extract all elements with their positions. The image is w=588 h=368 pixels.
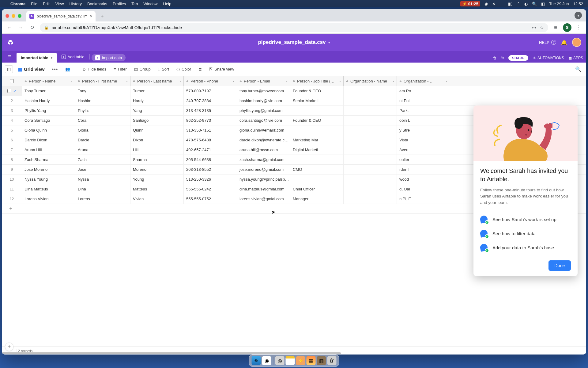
- dock-trash[interactable]: 🗑: [327, 356, 337, 365]
- column-header[interactable]: A̲Person - Email▾: [237, 76, 290, 86]
- grid-cell[interactable]: Young: [130, 174, 184, 184]
- menu-tab[interactable]: Tab: [131, 2, 138, 6]
- grid-cell[interactable]: n Pl, E: [397, 194, 450, 204]
- menu-help[interactable]: Help: [163, 2, 172, 6]
- grid-cell[interactable]: [344, 165, 397, 174]
- grid-cell[interactable]: Turner: [130, 86, 184, 96]
- grid-cell[interactable]: Hashim: [75, 96, 130, 105]
- select-all-checkbox[interactable]: [10, 79, 14, 83]
- grid-cell[interactable]: gloria.quinn@emailz.com: [237, 125, 290, 135]
- grid-cell[interactable]: 570-809-7197: [184, 86, 237, 96]
- forward-button[interactable]: →: [17, 23, 25, 32]
- grid-cell[interactable]: Darcie Dixon: [22, 135, 75, 145]
- battery-status[interactable]: ⚡01:25: [460, 1, 480, 6]
- grid-cell[interactable]: [344, 145, 397, 155]
- tab-search-button[interactable]: ▾: [575, 12, 582, 19]
- grid-cell[interactable]: Park,: [397, 106, 450, 115]
- collaborators-button[interactable]: 👥: [63, 65, 73, 73]
- grid-cell[interactable]: Darcie: [75, 135, 130, 145]
- welcome-step-1[interactable]: ✓ See how Sarah's work is set up: [480, 213, 571, 227]
- grid-cell[interactable]: [344, 116, 397, 125]
- app-menu[interactable]: Chrome: [10, 2, 25, 6]
- new-tab-button[interactable]: +: [98, 12, 107, 21]
- grid-cell[interactable]: Gloria: [75, 125, 130, 135]
- menu-window[interactable]: Window: [143, 2, 157, 6]
- grid-cell[interactable]: Hill: [130, 145, 184, 155]
- grid-cell[interactable]: 402-657-2471: [184, 145, 237, 155]
- column-header[interactable]: A̲Organization - …▾: [397, 76, 450, 86]
- row-checkbox[interactable]: [7, 89, 11, 93]
- share-view-button[interactable]: ⇱ Share view: [207, 65, 236, 73]
- row-number-cell[interactable]: 3: [2, 106, 22, 115]
- import-data-button[interactable]: ↑ Import data: [92, 54, 126, 61]
- grid-cell[interactable]: jose.moreno@gmial.com: [237, 165, 290, 174]
- grid-cell[interactable]: [344, 86, 397, 96]
- grid-cell[interactable]: Aruna Hill: [22, 145, 75, 155]
- grid-cell[interactable]: Tony: [75, 86, 130, 96]
- grid-cell[interactable]: 313-428-3135: [184, 106, 237, 115]
- group-button[interactable]: ▤ Group: [132, 65, 153, 73]
- grid-cell[interactable]: [344, 174, 397, 184]
- grid-cell[interactable]: Aven: [397, 145, 450, 155]
- grid-cell[interactable]: [290, 125, 344, 135]
- window-minimize-button[interactable]: [12, 14, 15, 18]
- grid-cell[interactable]: 203-313-8552: [184, 165, 237, 174]
- grid-cell[interactable]: Cora: [75, 116, 130, 125]
- browser-tab[interactable]: Pi pipedrive_sample_data.csv: Im ×: [26, 11, 96, 21]
- apps-button[interactable]: ▦ APPS: [568, 56, 583, 60]
- bookmark-star-icon[interactable]: ☆: [540, 25, 544, 30]
- row-number-cell[interactable]: 5: [2, 125, 22, 135]
- grid-cell[interactable]: obin L: [397, 116, 450, 125]
- grid-cell[interactable]: Lorens Vivian: [22, 194, 75, 204]
- column-header[interactable]: A̲Person - Phone▾: [184, 76, 237, 86]
- row-number-cell[interactable]: 12: [2, 194, 22, 204]
- grid-cell[interactable]: Gloria Quinn: [22, 125, 75, 135]
- row-number-cell[interactable]: 11: [2, 184, 22, 194]
- grid-cell[interactable]: cora.santiago@lvie.com: [237, 116, 290, 125]
- table-list-button[interactable]: ☰: [5, 52, 15, 62]
- add-record-fab[interactable]: +: [5, 343, 13, 351]
- share-button[interactable]: SHARE: [508, 55, 528, 61]
- grid-cell[interactable]: 513-250-3326: [184, 174, 237, 184]
- grid-cell[interactable]: y Stre: [397, 125, 450, 135]
- back-button[interactable]: ←: [5, 23, 13, 32]
- row-number-cell[interactable]: 7: [2, 145, 22, 155]
- grid-cell[interactable]: Zach: [75, 155, 130, 164]
- wifi-icon[interactable]: ⌃: [517, 2, 520, 6]
- grid-cell[interactable]: Phyllis: [75, 106, 130, 115]
- grid-cell[interactable]: Digital Marketi: [290, 145, 344, 155]
- spotlight-icon[interactable]: 🔍: [532, 2, 537, 6]
- grid-cell[interactable]: dina.matteus@gmial.com: [237, 184, 290, 194]
- base-title-button[interactable]: pipedrive_sample_data.csv ▾: [258, 39, 330, 45]
- notifications-bell-icon[interactable]: 🔔: [561, 40, 567, 45]
- menu-edit[interactable]: Edit: [43, 2, 50, 6]
- dock-app[interactable]: ⚡: [296, 356, 305, 365]
- color-button[interactable]: ◌ Color: [174, 65, 194, 73]
- sort-button[interactable]: ↕ Sort: [156, 65, 172, 73]
- grid-cell[interactable]: Lorens: [75, 194, 130, 204]
- menu-bookmarks[interactable]: Bookmarks: [87, 2, 107, 6]
- grid-cell[interactable]: aruna.hill@mssn.com: [237, 145, 290, 155]
- grid-cell[interactable]: nt Poi: [397, 96, 450, 105]
- menu-history[interactable]: History: [69, 2, 81, 6]
- grid-cell[interactable]: 313-353-7151: [184, 125, 237, 135]
- grid-cell[interactable]: Founder & CEO: [290, 86, 344, 96]
- column-header[interactable]: A̲Organization - Name▾: [344, 76, 397, 86]
- grid-cell[interactable]: darcie.dixon@ownerate.c…: [237, 135, 290, 145]
- grid-cell[interactable]: Marketing Mar: [290, 135, 344, 145]
- grid-cell[interactable]: [290, 106, 344, 115]
- dock-app-notes[interactable]: [286, 356, 295, 365]
- table-tab-active[interactable]: Imported table ▾: [17, 53, 57, 63]
- grid-cell[interactable]: Tony Turner: [22, 86, 75, 96]
- row-number-cell[interactable]: 2: [2, 96, 22, 105]
- grid-cell[interactable]: oulter: [397, 155, 450, 164]
- window-close-button[interactable]: [6, 14, 9, 18]
- dock-app[interactable]: ◎: [275, 356, 285, 365]
- welcome-step-2[interactable]: ✓ See how to filter data: [480, 227, 571, 241]
- row-number-cell[interactable]: ⤢: [2, 86, 22, 96]
- grid-cell[interactable]: hashim.hardy@lvie.com: [237, 96, 290, 105]
- grid-cell[interactable]: Nyssa Young: [22, 174, 75, 184]
- search-records-button[interactable]: 🔍: [573, 64, 583, 74]
- view-switcher-button[interactable]: ▦ Grid view: [15, 65, 47, 74]
- grid-cell[interactable]: CMO: [290, 165, 344, 174]
